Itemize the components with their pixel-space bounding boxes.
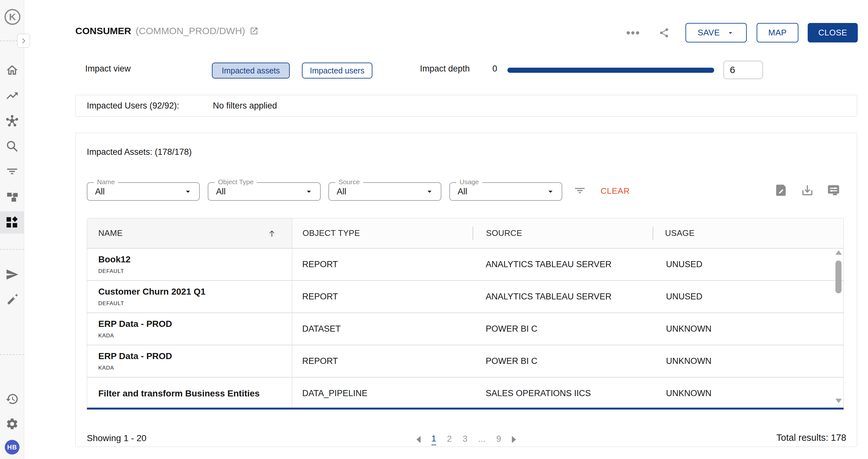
impacted-users-toggle[interactable]: Impacted users <box>302 63 372 79</box>
sidebar-item-filter[interactable] <box>0 160 24 183</box>
asset-name[interactable]: Book12 <box>98 254 130 265</box>
next-page-icon[interactable] <box>512 436 516 443</box>
table-scrollbar[interactable] <box>835 250 842 403</box>
scrollbar-down-arrow-icon[interactable] <box>835 399 842 403</box>
sort-ascending-icon[interactable] <box>267 228 277 238</box>
asset-workspace: KADA <box>98 365 114 371</box>
chevron-down-icon <box>425 187 434 196</box>
sidebar: K <box>0 0 24 459</box>
dashboard-icon <box>5 216 19 229</box>
asset-usage: UNKNOWN <box>653 377 844 409</box>
page-button-3[interactable]: 3 <box>463 434 467 445</box>
sidebar-item-schema[interactable] <box>0 185 24 208</box>
usage-filter-select[interactable]: Usage All <box>449 182 562 201</box>
impact-depth-label: Impact depth <box>420 64 470 74</box>
sidebar-item-send[interactable] <box>0 263 24 286</box>
page-button-9[interactable]: 9 <box>496 434 501 445</box>
download-icon[interactable] <box>801 184 814 197</box>
page-subtitle: (COMMON_PROD/DWH) <box>135 26 245 36</box>
table-row[interactable]: ERP Data - PROD KADA REPORT POWER BI C U… <box>87 345 843 377</box>
impact-depth-slider[interactable] <box>507 68 714 73</box>
previous-page-icon[interactable] <box>416 436 421 443</box>
impacted-users-count: Impacted Users (92/92): <box>87 101 179 111</box>
sidebar-item-history[interactable] <box>0 388 24 410</box>
asset-name[interactable]: Customer Churn 2021 Q1 <box>98 287 206 297</box>
scrollbar-up-arrow-icon[interactable] <box>835 250 842 255</box>
user-avatar[interactable]: HB <box>5 440 20 455</box>
sidebar-item-lineage-hub[interactable] <box>0 110 24 132</box>
table-row[interactable]: Book12 DEFAULT REPORT ANALYTICS TABLEAU … <box>87 248 843 280</box>
schema-tree-icon <box>5 190 19 203</box>
name-filter-value: All <box>87 187 105 196</box>
close-button[interactable]: CLOSE <box>808 23 858 42</box>
object-type-filter-select[interactable]: Object Type All <box>208 182 321 201</box>
clear-filters-button[interactable]: CLEAR <box>600 186 630 196</box>
name-filter-select[interactable]: Name All <box>87 182 200 201</box>
column-header-usage[interactable]: USAGE <box>653 218 844 248</box>
impacted-assets-panel: Impacted Assets: (178/178) Name All Obje… <box>75 133 857 447</box>
filter-list-icon[interactable] <box>574 184 586 197</box>
save-dropdown-caret-icon <box>726 29 735 37</box>
page-button-1[interactable]: 1 <box>431 434 436 445</box>
asset-usage: UNUSED <box>653 281 844 312</box>
pager: 1 2 3 ... 9 <box>75 434 857 445</box>
object-type-filter-value: All <box>208 187 226 196</box>
impact-view-label: Impact view <box>85 64 131 74</box>
impacted-users-filter-status: No filters applied <box>213 101 277 111</box>
column-header-name[interactable]: NAME <box>87 218 292 248</box>
sidebar-item-home[interactable] <box>0 59 24 82</box>
sidebar-expand-button[interactable] <box>17 34 30 48</box>
asset-object-type: DATASET <box>292 313 473 345</box>
asset-name[interactable]: ERP Data - PROD <box>98 319 172 329</box>
impacted-assets-title: Impacted Assets: (178/178) <box>87 147 192 157</box>
sidebar-item-magic-wand[interactable] <box>0 288 24 311</box>
page-header: CONSUMER (COMMON_PROD/DWH) <box>75 26 258 36</box>
column-header-object-type[interactable]: OBJECT TYPE <box>292 218 473 248</box>
column-header-source[interactable]: SOURCE <box>473 218 653 248</box>
more-options-icon[interactable]: ••• <box>626 30 640 36</box>
impact-depth-min: 0 <box>492 64 497 74</box>
open-in-new-icon[interactable] <box>250 27 258 35</box>
home-icon <box>5 63 19 77</box>
chevron-right-icon <box>20 37 27 44</box>
header-actions: ••• SAVE MAP CLOSE <box>626 23 858 42</box>
app-root: K <box>0 0 868 459</box>
send-icon <box>5 268 19 281</box>
table-row[interactable]: Customer Churn 2021 Q1 DEFAULT REPORT AN… <box>87 280 843 312</box>
asset-workspace: DEFAULT <box>98 300 124 307</box>
table-body: Book12 DEFAULT REPORT ANALYTICS TABLEAU … <box>87 248 843 409</box>
filter-list-icon <box>5 165 19 178</box>
sidebar-item-trends[interactable] <box>0 85 24 107</box>
gear-icon <box>5 417 19 431</box>
asset-name[interactable]: ERP Data - PROD <box>98 351 172 361</box>
search-icon <box>5 140 19 153</box>
asset-object-type: REPORT <box>292 281 473 312</box>
table-row[interactable]: ERP Data - PROD KADA DATASET POWER BI C … <box>87 312 843 345</box>
save-button[interactable]: SAVE <box>685 23 747 42</box>
sidebar-item-settings[interactable] <box>0 413 24 435</box>
impact-depth-input[interactable] <box>723 61 763 79</box>
trending-up-icon <box>5 89 19 102</box>
asset-source: ANALYTICS TABLEAU SERVER <box>473 249 653 280</box>
scrollbar-thumb[interactable] <box>835 261 841 293</box>
asset-source: ANALYTICS TABLEAU SERVER <box>473 281 653 312</box>
display-settings-icon[interactable] <box>827 184 840 197</box>
map-button[interactable]: MAP <box>756 23 799 42</box>
table-row[interactable]: Filter and transform Business Entities D… <box>87 377 843 409</box>
panel-action-icons <box>775 184 840 197</box>
asset-usage: UNKNOWN <box>653 313 844 345</box>
page-button-2[interactable]: 2 <box>447 434 452 445</box>
asset-name[interactable]: Filter and transform Business Entities <box>98 389 260 399</box>
asset-source: POWER BI C <box>473 313 653 345</box>
table-header-row: NAME OBJECT TYPE SOURCE USAGE <box>87 218 843 248</box>
sidebar-divider <box>0 354 24 355</box>
impacted-assets-toggle[interactable]: Impacted assets <box>212 63 290 79</box>
sidebar-item-search[interactable] <box>0 135 24 157</box>
asset-object-type: DATA_PIPELINE <box>292 377 473 409</box>
share-icon[interactable] <box>659 27 670 38</box>
source-filter-select[interactable]: Source All <box>329 182 441 201</box>
kada-logo: K <box>4 9 21 25</box>
sidebar-item-dashboard-active[interactable] <box>0 211 24 234</box>
edit-note-icon[interactable] <box>775 184 788 197</box>
impacted-users-bar[interactable]: Impacted Users (92/92): No filters appli… <box>75 95 857 117</box>
